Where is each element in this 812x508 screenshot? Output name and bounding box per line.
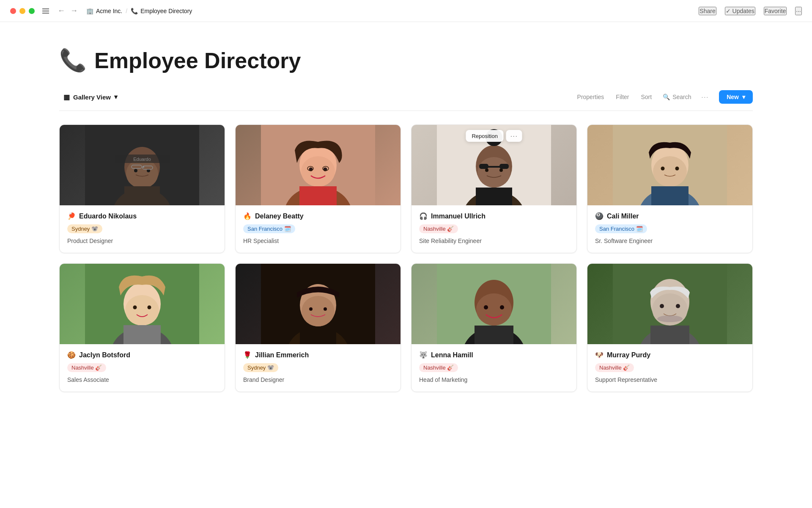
card-photo-jaclyn: [60, 264, 225, 344]
svg-rect-43: [123, 325, 161, 344]
gallery-grid: Eduardo 🏓 Eduardo Nikolaus Sydney 🐨 Prod…: [59, 124, 753, 392]
card-jillian[interactable]: 🌹 Jillian Emmerich Sydney 🐨 Brand Design…: [235, 263, 401, 392]
reposition-overlay: Reposition ···: [466, 130, 522, 142]
svg-point-58: [484, 305, 488, 309]
card-body-murray: 🐶 Murray Purdy Nashville 🎸 Support Repre…: [587, 344, 752, 392]
svg-point-24: [477, 157, 510, 188]
card-icon-jaclyn: 🍪: [67, 351, 76, 359]
card-body-jaclyn: 🍪 Jaclyn Botsford Nashville 🎸 Sales Asso…: [60, 344, 225, 392]
close-button[interactable]: [10, 8, 16, 14]
maximize-button[interactable]: [29, 8, 35, 14]
properties-button[interactable]: Properties: [576, 92, 605, 102]
favorite-button[interactable]: Favorite: [764, 7, 787, 15]
card-body-eduardo: 🏓 Eduardo Nikolaus Sydney 🐨 Product Desi…: [60, 205, 225, 253]
svg-point-44: [133, 306, 137, 309]
reposition-button[interactable]: Reposition: [466, 130, 503, 142]
svg-point-35: [653, 156, 687, 187]
new-arrow-icon: ▾: [742, 94, 745, 100]
toolbar-more-button[interactable]: ···: [702, 94, 709, 100]
card-tag-eduardo[interactable]: Sydney 🐨: [67, 224, 102, 233]
card-role-murray: Support Representative: [595, 376, 745, 383]
forward-button[interactable]: →: [69, 6, 80, 16]
breadcrumb-page[interactable]: 📞 Employee Directory: [131, 8, 192, 14]
reposition-more-button[interactable]: ···: [506, 130, 522, 142]
card-tag-jillian[interactable]: Sydney 🐨: [243, 363, 278, 372]
svg-point-52: [324, 307, 327, 311]
page-header: 📞 Employee Directory: [59, 47, 753, 73]
card-icon-lenna: 🐺: [419, 351, 428, 359]
card-name-jaclyn: 🍪 Jaclyn Botsford: [67, 351, 217, 359]
search-label: Search: [672, 94, 691, 100]
card-role-jaclyn: Sales Associate: [67, 376, 217, 383]
card-eduardo[interactable]: Eduardo 🏓 Eduardo Nikolaus Sydney 🐨 Prod…: [59, 124, 225, 253]
card-delaney[interactable]: 🔥 Delaney Beatty San Francisco 🗓️ HR Spe…: [235, 124, 401, 253]
card-name-eduardo: 🏓 Eduardo Nikolaus: [67, 212, 217, 220]
card-icon-cali: 🎱: [595, 212, 604, 220]
card-role-eduardo: Product Designer: [67, 237, 217, 244]
traffic-lights: [10, 8, 35, 14]
back-button[interactable]: ←: [56, 6, 67, 16]
card-photo-cali: [587, 125, 752, 205]
card-icon-murray: 🐶: [595, 351, 604, 359]
svg-point-45: [148, 306, 151, 309]
search-button[interactable]: 🔍 Search: [663, 94, 691, 100]
breadcrumb: 🏢 Acme Inc. / 📞 Employee Directory: [86, 8, 192, 14]
chevron-down-icon: ▾: [114, 93, 118, 101]
svg-rect-29: [479, 164, 488, 169]
card-image-wrapper: Eduardo: [60, 125, 225, 205]
new-button[interactable]: New ▾: [719, 90, 753, 104]
company-icon: 🏢: [86, 8, 93, 14]
card-tag-cali[interactable]: San Francisco 🗓️: [595, 224, 647, 233]
breadcrumb-company[interactable]: 🏢 Acme Inc.: [86, 8, 122, 14]
svg-rect-50: [300, 326, 336, 344]
card-body-cali: 🎱 Cali Miller San Francisco 🗓️ Sr. Softw…: [587, 205, 752, 253]
svg-point-65: [660, 304, 664, 308]
card-tag-lenna[interactable]: Nashville 🎸: [419, 363, 458, 372]
filter-button[interactable]: Filter: [615, 92, 630, 102]
svg-point-56: [476, 293, 512, 326]
view-selector[interactable]: ▦ Gallery View ▾: [59, 91, 122, 104]
card-body-immanuel: 🎧 Immanuel Ullrich Nashville 🎸 Site Reli…: [411, 205, 576, 253]
card-murray[interactable]: 🐶 Murray Purdy Nashville 🎸 Support Repre…: [587, 263, 753, 392]
card-lenna[interactable]: 🐺 Lenna Hamill Nashville 🎸 Head of Marke…: [411, 263, 577, 392]
breadcrumb-separator: /: [126, 8, 127, 14]
more-options-button[interactable]: ···: [795, 7, 802, 15]
card-icon-delaney: 🔥: [243, 212, 252, 220]
card-tag-delaney[interactable]: San Francisco 🗓️: [243, 224, 295, 233]
menu-icon[interactable]: [42, 8, 49, 14]
card-icon-immanuel: 🎧: [419, 212, 428, 220]
minimize-button[interactable]: [19, 8, 25, 14]
card-name-cali: 🎱 Cali Miller: [595, 212, 745, 220]
sort-button[interactable]: Sort: [640, 92, 653, 102]
page-content: 📞 Employee Directory ▦ Gallery View ▾ Pr…: [0, 22, 812, 409]
nav-arrows: ← →: [56, 6, 80, 16]
svg-point-66: [676, 304, 680, 308]
card-immanuel[interactable]: Reposition ··· 🎧 Immanuel Ullrich Nashvi…: [411, 124, 577, 253]
card-image-wrapper: [236, 264, 401, 344]
share-button[interactable]: Share: [699, 7, 716, 15]
svg-rect-31: [488, 166, 500, 168]
updates-button[interactable]: ✓ Updates: [725, 7, 755, 15]
breadcrumb-page-title: Employee Directory: [140, 8, 192, 14]
card-tag-jaclyn[interactable]: Nashville 🎸: [67, 363, 106, 372]
card-image-wrapper: [587, 125, 752, 205]
card-image-wrapper: [60, 264, 225, 344]
card-cali[interactable]: 🎱 Cali Miller San Francisco 🗓️ Sr. Softw…: [587, 124, 753, 253]
card-role-jillian: Brand Designer: [243, 376, 393, 383]
card-jaclyn[interactable]: 🍪 Jaclyn Botsford Nashville 🎸 Sales Asso…: [59, 263, 225, 392]
card-photo-jillian: [236, 264, 401, 344]
card-name-murray: 🐶 Murray Purdy: [595, 351, 745, 359]
card-body-delaney: 🔥 Delaney Beatty San Francisco 🗓️ HR Spe…: [236, 205, 401, 253]
card-image-wrapper: [411, 264, 576, 344]
svg-rect-36: [651, 186, 689, 205]
card-name-text-delaney: Delaney Beatty: [255, 213, 304, 220]
svg-point-38: [675, 167, 679, 171]
svg-text:Eduardo: Eduardo: [133, 157, 151, 162]
svg-point-27: [499, 168, 503, 172]
card-tag-murray[interactable]: Nashville 🎸: [595, 363, 634, 372]
svg-point-15: [301, 156, 335, 187]
page-emoji-icon: 📞: [59, 47, 87, 73]
card-tag-immanuel[interactable]: Nashville 🎸: [419, 224, 458, 233]
card-name-text-immanuel: Immanuel Ullrich: [431, 213, 486, 220]
svg-rect-64: [650, 326, 689, 344]
